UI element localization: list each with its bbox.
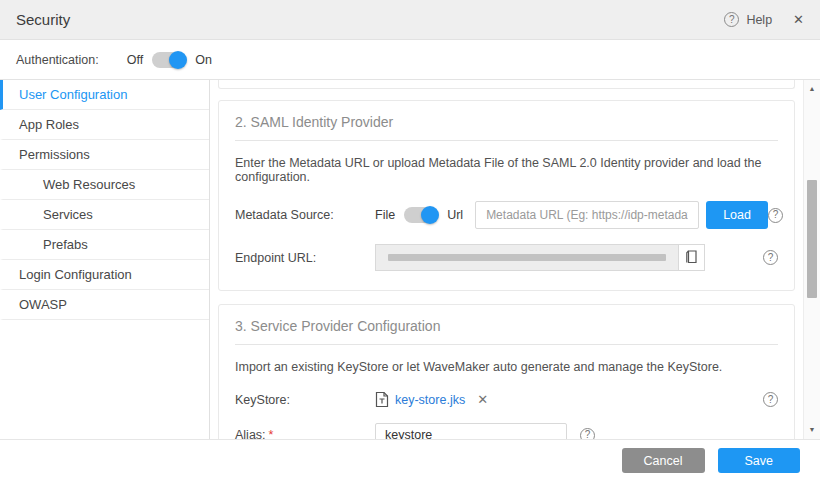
saml-identity-provider-card: 2. SAML Identity Provider Enter the Meta…	[218, 100, 795, 291]
section-title-service-provider: 3. Service Provider Configuration	[235, 305, 778, 345]
alias-input[interactable]	[375, 423, 567, 439]
sidebar: User Configuration App Roles Permissions…	[0, 80, 210, 439]
authentication-row: Authentication: Off On	[0, 40, 820, 80]
sidebar-item-user-configuration[interactable]: User Configuration	[0, 80, 209, 110]
redacted-text-bar	[388, 254, 666, 261]
alias-row: Alias:* ?	[235, 423, 778, 439]
sidebar-item-services[interactable]: Services	[0, 200, 209, 230]
save-button[interactable]: Save	[718, 448, 801, 473]
scroll-up-icon[interactable]: ▲	[804, 83, 820, 95]
metadata-url-input[interactable]	[475, 201, 699, 229]
previous-section-card-partial	[218, 80, 795, 89]
file-option-label: File	[375, 208, 395, 222]
load-button[interactable]: Load	[706, 201, 768, 229]
vertical-scrollbar[interactable]: ▲ ▼	[803, 80, 820, 439]
sidebar-item-prefabs[interactable]: Prefabs	[0, 230, 209, 260]
file-icon	[375, 391, 389, 408]
sidebar-item-app-roles[interactable]: App Roles	[0, 110, 209, 140]
endpoint-url-row: Endpoint URL:	[235, 244, 778, 271]
keystore-label: KeyStore:	[235, 393, 375, 407]
required-asterisk: *	[269, 428, 274, 439]
saml-description: Enter the Metadata URL or upload Metadat…	[235, 156, 778, 184]
authentication-on-label: On	[195, 53, 212, 67]
help-icon[interactable]: ?	[768, 208, 783, 223]
close-icon[interactable]: ✕	[793, 12, 804, 27]
authentication-toggle[interactable]	[152, 52, 186, 68]
endpoint-url-value-redacted	[375, 244, 678, 271]
scrollbar-thumb[interactable]	[807, 180, 817, 298]
dialog-header: Security ? Help ✕	[0, 0, 820, 40]
alias-label: Alias:*	[235, 428, 375, 439]
sidebar-item-owasp[interactable]: OWASP	[0, 290, 209, 320]
content-scroll-area: 2. SAML Identity Provider Enter the Meta…	[210, 80, 803, 439]
help-icon[interactable]: ?	[763, 250, 778, 265]
sidebar-item-permissions[interactable]: Permissions	[0, 140, 209, 170]
service-provider-description: Import an existing KeyStore or let WaveM…	[235, 360, 778, 374]
authentication-off-label: Off	[127, 53, 143, 67]
remove-keystore-icon[interactable]: ✕	[477, 392, 488, 407]
page-title: Security	[16, 11, 70, 28]
endpoint-url-label: Endpoint URL:	[235, 251, 375, 265]
metadata-source-toggle[interactable]	[404, 207, 438, 223]
help-icon[interactable]: ?	[724, 12, 739, 27]
copy-icon	[685, 250, 698, 265]
toggle-knob	[421, 206, 439, 224]
copy-button[interactable]	[678, 244, 705, 271]
keystore-row: KeyStore: key-store.jks ✕ ?	[235, 391, 778, 408]
scroll-down-icon[interactable]: ▼	[804, 424, 820, 436]
url-option-label: Url	[447, 208, 463, 222]
help-link[interactable]: Help	[746, 13, 772, 27]
keystore-file-link[interactable]: key-store.jks	[395, 393, 465, 407]
sidebar-item-web-resources[interactable]: Web Resources	[0, 170, 209, 200]
cancel-button[interactable]: Cancel	[622, 448, 705, 473]
sidebar-item-login-configuration[interactable]: Login Configuration	[0, 260, 209, 290]
toggle-knob	[169, 51, 187, 69]
service-provider-card: 3. Service Provider Configuration Import…	[218, 304, 795, 439]
authentication-label: Authentication:	[16, 53, 99, 67]
dialog-footer: Cancel Save	[0, 440, 820, 487]
help-icon[interactable]: ?	[763, 392, 778, 407]
metadata-source-label: Metadata Source:	[235, 208, 375, 222]
section-title-saml: 2. SAML Identity Provider	[235, 101, 778, 141]
help-icon[interactable]: ?	[580, 428, 595, 440]
metadata-source-row: Metadata Source: File Url Load ?	[235, 201, 778, 229]
security-dialog: Security ? Help ✕ Authentication: Off On…	[0, 0, 820, 487]
endpoint-url-field-group	[375, 244, 705, 271]
